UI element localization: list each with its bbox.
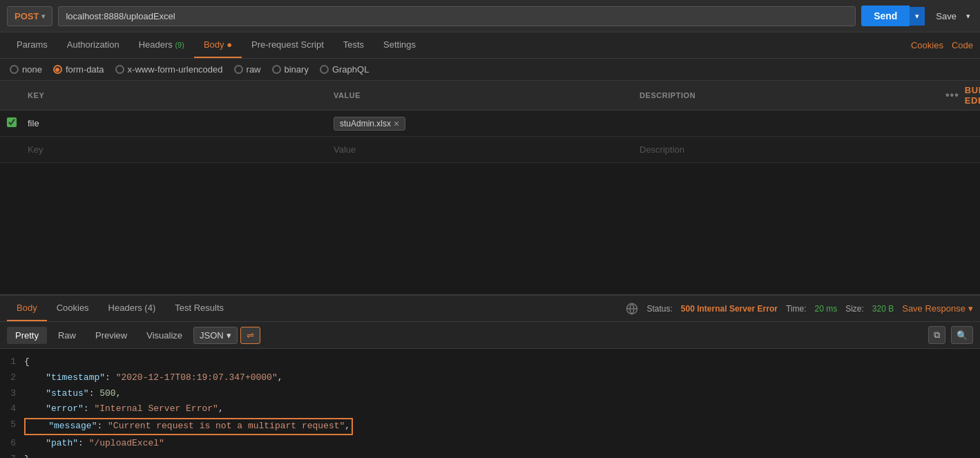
response-tab-test-results[interactable]: Test Results [165,296,233,321]
method-chevron-icon: ▾ [41,12,45,20]
body-type-form-data[interactable]: form-data [53,64,104,75]
description-placeholder: Description [640,144,684,155]
line-num-5: 5 [0,418,24,432]
body-binary-label: binary [285,64,309,75]
bulk-edit-button[interactable]: Bulk Edit [965,85,980,106]
td-description[interactable] [633,120,939,128]
key-value: file [28,118,39,128]
tab-authorization[interactable]: Authorization [57,32,129,58]
send-btn-group: Send ▾ [861,6,925,26]
table-header-row: KEY VALUE DESCRIPTION ••• Bulk Edit [0,81,980,111]
body-type-bar: none form-data x-www-form-urlencoded raw… [0,59,980,81]
send-dropdown-button[interactable]: ▾ [910,7,925,26]
json-line-4: 4 "error": "Internal Server Error", [0,401,980,417]
body-type-graphql[interactable]: GraphQL [320,64,369,75]
size-value: 320 B [872,304,894,314]
line-content-3: "status": 500, [24,387,980,401]
body-none-label: none [22,64,42,75]
line-content-6: "path": "/uploadExcel" [24,437,980,451]
view-tabs-left: Pretty Raw Preview Visualize JSON ▾ ⇌ [7,327,260,344]
response-tab-headers[interactable]: Headers (4) [99,296,166,321]
view-tab-preview[interactable]: Preview [87,327,135,344]
tab-params[interactable]: Params [7,32,57,58]
td-value-empty[interactable]: Value [327,140,633,159]
json-line-2: 2 "timestamp": "2020-12-17T08:19:07.347+… [0,370,980,386]
status-value: 500 Internal Server Error [681,304,778,314]
file-tag: stuAdmin.xlsx × [334,117,405,131]
format-select[interactable]: JSON ▾ [193,327,238,344]
tab-tests[interactable]: Tests [334,32,374,58]
save-chevron-icon[interactable]: ▾ [963,8,973,25]
radio-urlencoded-icon [115,65,124,74]
body-badge: ● [227,39,232,50]
file-remove-icon[interactable]: × [394,119,399,128]
empty-area [0,163,980,294]
dots-menu-icon[interactable]: ••• [945,89,959,102]
view-tab-raw[interactable]: Raw [50,327,84,344]
send-button[interactable]: Send [861,6,910,26]
line-content-1: { [24,355,980,370]
line-content-7: } [24,452,980,458]
response-tab-cookies[interactable]: Cookies [47,296,99,321]
request-tabs-left: Params Authorization Headers (9) Body ● … [7,32,425,58]
th-actions: ••• Bulk Edit [939,85,980,106]
globe-icon [626,303,638,315]
th-key: KEY [21,91,327,99]
format-label: JSON [200,330,224,341]
save-response-chevron-icon: ▾ [968,303,973,314]
td-key[interactable]: file [21,114,327,133]
body-type-raw[interactable]: raw [234,64,261,75]
view-tab-pretty[interactable]: Pretty [7,327,47,344]
radio-none-icon [10,65,19,74]
code-link[interactable]: Code [952,40,973,50]
wrap-button[interactable]: ⇌ [240,327,260,344]
radio-form-data-icon [53,65,62,74]
params-table: KEY VALUE DESCRIPTION ••• Bulk Edit file… [0,81,980,163]
request-tab-bar: Params Authorization Headers (9) Body ● … [0,32,980,59]
tab-pre-request[interactable]: Pre-request Script [242,32,334,58]
save-btn-group: Save ▾ [930,7,973,26]
body-type-none[interactable]: none [10,64,42,75]
response-tab-body[interactable]: Body [7,296,47,321]
response-status-bar: Status: 500 Internal Server Error Time: … [626,303,973,315]
copy-button[interactable]: ⧉ [928,326,945,344]
view-tab-visualize[interactable]: Visualize [138,327,191,344]
status-label: Status: [646,304,672,314]
tab-headers[interactable]: Headers (9) [129,32,194,58]
save-response-label: Save Response [902,303,965,314]
th-value: VALUE [327,91,633,99]
view-tabs-right: ⧉ 🔍 [928,326,973,344]
json-line-1: 1 { [0,354,980,370]
line-num-4: 4 [0,402,24,417]
wrap-icon: ⇌ [247,330,254,341]
radio-raw-icon [234,65,243,74]
tab-body[interactable]: Body ● [194,32,242,58]
td-checkbox[interactable] [0,113,21,133]
value-placeholder: Value [334,144,356,155]
line-num-1: 1 [0,355,24,370]
td-key-empty[interactable]: Key [21,140,327,159]
body-type-urlencoded[interactable]: x-www-form-urlencoded [115,64,223,75]
body-type-binary[interactable]: binary [272,64,309,75]
time-value: 20 ms [814,304,837,314]
save-button[interactable]: Save [930,7,962,26]
json-line-7: 7 } [0,452,980,458]
cookies-link[interactable]: Cookies [911,40,943,50]
td-checkbox-empty [0,146,21,154]
method-select[interactable]: POST ▾ [7,6,52,26]
line-content-2: "timestamp": "2020-12-17T08:19:07.347+00… [24,371,980,385]
body-form-data-label: form-data [66,64,104,75]
body-raw-label: raw [247,64,261,75]
json-line-3: 3 "status": 500, [0,386,980,402]
save-response-button[interactable]: Save Response ▾ [902,303,973,314]
search-button[interactable]: 🔍 [951,326,973,344]
response-area: Body Cookies Headers (4) Test Results St… [0,294,980,458]
line-num-7: 7 [0,452,24,458]
time-label: Time: [786,304,807,314]
row-checkbox[interactable] [7,117,17,127]
line-num-6: 6 [0,437,24,451]
json-line-5: 5 "message": "Current request is not a m… [0,417,980,436]
td-description-empty[interactable]: Description [633,140,939,159]
tab-settings[interactable]: Settings [374,32,425,58]
url-input[interactable] [58,6,856,26]
